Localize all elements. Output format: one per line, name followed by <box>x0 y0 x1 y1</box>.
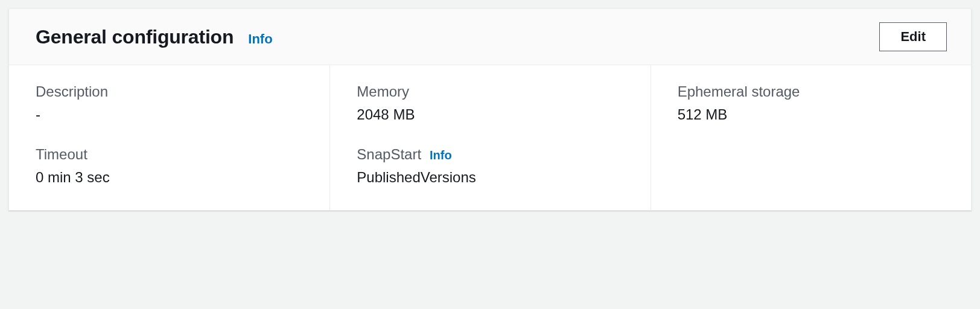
panel-title: General configuration <box>36 26 234 48</box>
field-timeout: Timeout 0 min 3 sec <box>36 146 303 186</box>
panel-header: General configuration Info Edit <box>9 9 971 65</box>
field-snapstart: SnapStart Info PublishedVersions <box>357 146 623 186</box>
panel-header-left: General configuration Info <box>36 26 273 48</box>
timeout-value: 0 min 3 sec <box>36 169 303 186</box>
description-label: Description <box>36 83 108 100</box>
general-configuration-panel: General configuration Info Edit Descript… <box>8 8 972 211</box>
ephemeral-storage-value: 512 MB <box>678 106 944 123</box>
memory-value: 2048 MB <box>357 106 623 123</box>
timeout-label: Timeout <box>36 146 88 163</box>
snapstart-label: SnapStart <box>357 146 421 163</box>
ephemeral-storage-label: Ephemeral storage <box>678 83 800 100</box>
column-1: Description - Timeout 0 min 3 sec <box>9 65 329 210</box>
field-memory: Memory 2048 MB <box>357 83 623 123</box>
memory-label: Memory <box>357 83 409 100</box>
snapstart-value: PublishedVersions <box>357 169 623 186</box>
edit-button[interactable]: Edit <box>879 22 947 51</box>
field-ephemeral-storage: Ephemeral storage 512 MB <box>678 83 944 123</box>
column-3: Ephemeral storage 512 MB <box>651 65 971 210</box>
snapstart-info-link[interactable]: Info <box>430 148 452 162</box>
column-2: Memory 2048 MB SnapStart Info PublishedV… <box>329 65 650 210</box>
panel-body: Description - Timeout 0 min 3 sec Memory… <box>9 65 971 210</box>
field-description: Description - <box>36 83 303 123</box>
description-value: - <box>36 106 303 123</box>
info-link[interactable]: Info <box>248 31 272 47</box>
